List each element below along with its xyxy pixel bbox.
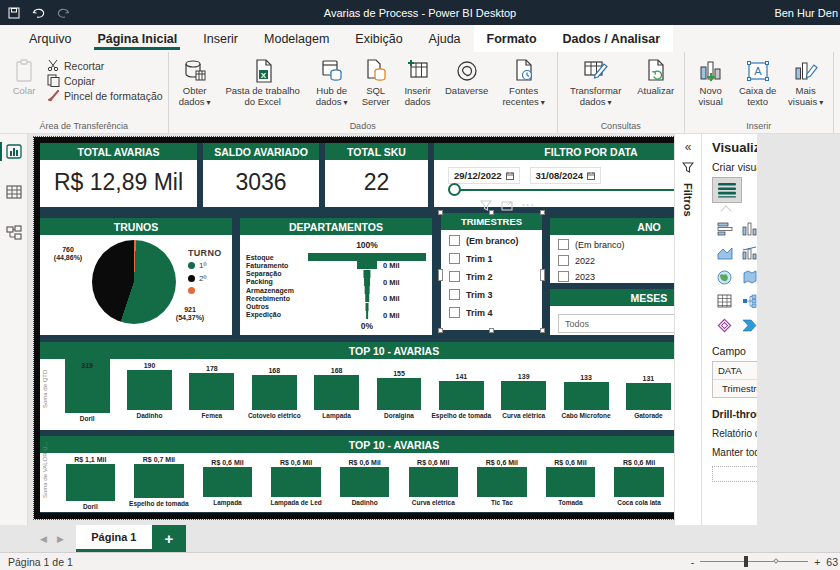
decomposition-tree-icon[interactable] [737,289,757,313]
bar-column[interactable]: R$ 0,6 Mil Tomada [536,456,605,511]
filter-icon[interactable] [480,200,492,211]
field-well[interactable]: DATA Trimestre [712,361,757,398]
tab-ajuda[interactable]: Ajuda [416,25,474,52]
top10-valor-panel[interactable]: TOP 10 - AVARIAS Soma de VALOR U... R$ 1… [40,436,748,512]
refresh-button[interactable]: Atualizar [633,57,679,99]
checkbox[interactable] [558,271,569,282]
legend-item[interactable]: 1º [188,261,222,270]
paste-button[interactable]: Colar [5,57,43,99]
slicer-option[interactable]: Trim 1 [449,253,534,264]
slicer-option[interactable]: Trim 2 [449,271,534,282]
selection-handle[interactable] [540,328,545,333]
funnel-row[interactable]: Packing 0 Mil [246,278,426,286]
bar-column[interactable]: 139 Curva elétrica [493,362,555,428]
bar-column[interactable]: R$ 0,6 Mil Lampada [193,456,262,511]
qa-visual-icon[interactable] [712,313,737,337]
tab-exibicao[interactable]: Exibição [342,25,415,52]
funnel-row[interactable]: Outros [246,303,426,311]
new-page-button[interactable]: + [152,525,186,552]
enter-data-button[interactable]: Inserir dados [398,57,438,110]
checkbox[interactable] [558,255,569,266]
funnel-row[interactable]: Faturamento 0 Mil [246,261,426,269]
drill-through-option[interactable]: Relatório c [712,428,757,439]
tab-inserir[interactable]: Inserir [190,25,251,52]
bar-column[interactable]: 319 Doril [56,362,118,428]
zoom-in-icon[interactable]: + [814,556,820,568]
legend-item[interactable]: 2º [188,274,222,283]
transform-data-button[interactable]: Transformar dados▾ [563,57,629,110]
bar-column[interactable]: 178 Femea [181,362,243,428]
excel-workbook-button[interactable]: X Pasta de trabalho do Excel [220,57,306,110]
tab-pagina-inicial[interactable]: Página Inicial [84,25,190,52]
account-name[interactable]: Ben Hur Den [774,7,838,19]
tab-arquivo[interactable]: Arquivo [16,25,84,52]
combo-chart-icon[interactable] [737,241,757,265]
kpi-saldo-avariado[interactable]: SALDO AVARIADO 3036 [203,143,319,207]
pie-chart[interactable] [92,240,176,324]
checkbox[interactable] [558,239,569,250]
slider-handle-start[interactable] [448,183,461,196]
drill-through-option[interactable]: Manter tod [712,447,757,458]
bar-column[interactable]: 141 Espelho de tomada [430,362,492,428]
new-visual-button[interactable]: Novo visual [690,57,732,110]
field-dropzone[interactable] [712,466,757,482]
funnel-row[interactable]: Recebimento 0 Mil [246,294,426,302]
legend-item[interactable] [188,287,222,294]
checkbox[interactable] [449,235,460,246]
selection-handle[interactable] [438,328,443,333]
bar-column[interactable]: 155 Doralgina [368,362,430,428]
bar-column[interactable]: 133 Cabo Microfone [555,362,617,428]
trimestres-slicer-panel[interactable]: TRIMESTRES (Em branco)Trim 1Trim 2Trim 3… [441,213,542,330]
bar-column[interactable]: R$ 0,7 Mil Espelho de tomada [125,456,194,511]
slicer-option[interactable]: Trim 3 [449,289,534,300]
dashboard-page[interactable]: TOTAL AVARIAS R$ 12,89 Mil SALDO AVARIAD… [34,137,755,519]
zoom-control[interactable]: - + 63 [691,556,838,568]
zoom-out-icon[interactable]: - [691,556,695,568]
area-chart-icon[interactable] [712,241,737,265]
selected-visual-type[interactable] [712,177,742,203]
funnel-row[interactable]: Estoque [246,253,426,261]
dataverse-button[interactable]: Dataverse [442,57,492,99]
selection-handle[interactable] [438,269,443,281]
selection-handle[interactable] [540,269,545,281]
bar-column[interactable]: R$ 0,6 Mil Curva elétrica [399,456,468,511]
turnos-pie-panel[interactable]: TRUNOS 760(44,86%) 921(54,37%) TURNO 1º2… [40,218,232,335]
focus-mode-icon[interactable] [501,200,513,211]
selection-handle[interactable] [540,210,545,215]
checkbox[interactable] [449,253,460,264]
map-icon[interactable] [712,265,737,289]
recent-sources-button[interactable]: Fontes recentes▾ [496,57,552,110]
bar-column[interactable]: 131 Gatorade [617,362,679,428]
funnel-row[interactable]: Armazenagem [246,286,426,294]
expand-pane-icon[interactable]: « [685,140,692,154]
selection-handle[interactable] [489,328,494,333]
end-date-input[interactable]: 31/08/2024 [530,167,602,184]
stacked-column-chart-icon[interactable] [737,217,757,241]
get-data-button[interactable]: Obter dados▾ [174,57,216,110]
tab-dados-analisar[interactable]: Dados / Analisar [550,25,674,52]
bar-column[interactable]: 168 Cotovelo elétrico [243,362,305,428]
bar-column[interactable]: 168 Lampada [305,362,367,428]
sql-server-button[interactable]: SQL Server [358,57,394,110]
bar-column[interactable]: R$ 0,6 Mil Tic Tac [468,456,537,511]
bar-column[interactable]: R$ 0,6 Mil Dadinho [330,456,399,511]
checkbox[interactable] [449,289,460,300]
start-date-input[interactable]: 29/12/2022 [448,167,520,184]
report-view-button[interactable] [0,142,27,161]
top10-qtd-panel[interactable]: TOP 10 - AVARIAS Soma de QTD 319 Doril 1… [40,342,748,430]
more-options-icon[interactable]: ··· [522,200,535,211]
more-visuals-button[interactable]: Mais visuais▾ [784,57,828,110]
report-canvas[interactable]: TOTAL AVARIAS R$ 12,89 Mil SALDO AVARIAD… [28,134,757,525]
power-automate-icon[interactable] [737,313,757,337]
cut-button[interactable]: Recortar [47,59,163,72]
data-view-button[interactable] [0,183,27,201]
field-table[interactable]: DATA [713,362,757,380]
checkbox[interactable] [449,307,460,318]
bar-column[interactable]: R$ 1,1 Mil Doril [56,456,125,511]
page-tab[interactable]: Página 1 [76,525,152,552]
slicer-option[interactable]: (Em branco) [449,235,534,246]
previous-page-arrow[interactable]: ◀ [40,534,47,544]
tab-modelagem[interactable]: Modelagem [251,25,342,52]
model-view-button[interactable] [0,223,27,243]
copy-button[interactable]: Copiar [47,74,163,87]
